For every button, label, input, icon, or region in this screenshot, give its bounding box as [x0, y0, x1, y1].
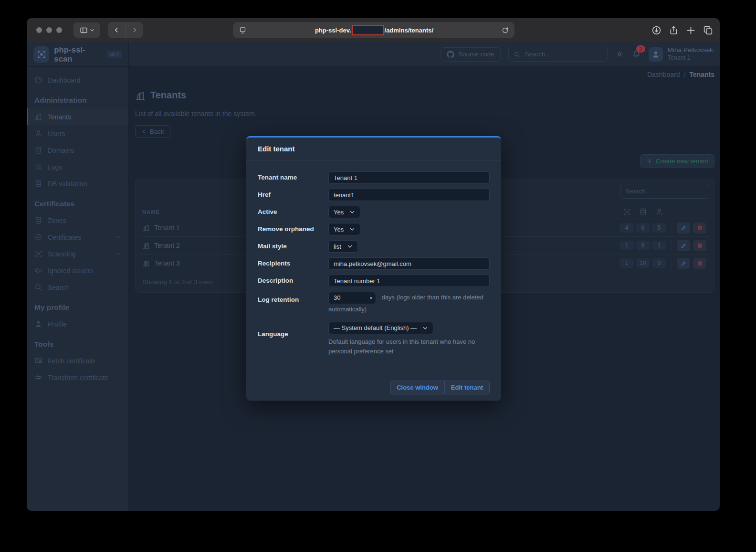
table-search-input[interactable] — [620, 184, 709, 199]
plus-icon — [646, 158, 652, 164]
tenant-name-cell: Tenant 1 — [154, 224, 180, 232]
edit-tenant-button[interactable] — [677, 223, 690, 234]
chevron-down-icon — [116, 234, 121, 240]
description-input[interactable] — [328, 275, 490, 287]
theme-toggle-icon[interactable] — [615, 50, 624, 59]
sidebar-item-transform-certificate[interactable]: Transform certificate — [27, 369, 128, 386]
remove-orphaned-select-value: Yes — [334, 226, 344, 233]
edit-tenant-modal: Edit tenant Tenant name Href Active Yes — [246, 136, 501, 401]
github-icon — [447, 51, 454, 58]
sidebar-item-profile[interactable]: Profile — [27, 316, 128, 332]
active-select-value: Yes — [334, 209, 344, 216]
close-window-button[interactable]: Close window — [390, 381, 444, 394]
sidebar-item-search[interactable]: Search — [27, 279, 128, 296]
log-retention-input[interactable]: 30 ▲▼ — [328, 292, 376, 304]
building-icon — [142, 242, 150, 249]
avatar[interactable] — [649, 47, 663, 62]
user-menu[interactable]: Miha Petkovsek Tenant 1 — [668, 46, 713, 62]
tenant-name-cell: Tenant 3 — [154, 259, 180, 267]
page-title-text: Tenants — [150, 90, 186, 101]
mail-style-select-value: list — [334, 243, 341, 250]
delete-tenant-button[interactable] — [693, 258, 706, 269]
column-divider — [672, 240, 672, 251]
chevron-down-icon — [349, 209, 355, 215]
sidebar-item-tenants[interactable]: Tenants — [27, 108, 128, 125]
language-select[interactable]: — System default (English) — — [328, 322, 433, 334]
sidebar-item-zones[interactable]: Zones — [27, 212, 128, 229]
sidebar-item-scanning[interactable]: Scanning — [27, 245, 128, 262]
create-new-tenant-button[interactable]: Create new tenant — [640, 154, 714, 168]
user-filled-icon — [34, 320, 42, 328]
zoom-window-button[interactable] — [56, 27, 62, 33]
address-bar[interactable]: php-ssl-dev. /admins/tenants/ — [233, 22, 514, 38]
delete-tenant-button[interactable] — [693, 240, 706, 251]
scan-icon — [34, 250, 42, 258]
sidebar-item-fetch-certificate[interactable]: Fetch certificate — [27, 352, 128, 369]
database-column-icon — [639, 208, 647, 216]
users-count-badge: 1 — [652, 241, 666, 250]
column-divider — [672, 257, 672, 269]
mail-style-label: Mail style — [258, 240, 328, 250]
sidebar-panel-icon — [80, 26, 88, 34]
section-title-my-profile: My profile — [27, 296, 128, 316]
tab-overview-icon[interactable] — [703, 25, 713, 35]
url-suffix: /admins/tenants/ — [385, 27, 434, 34]
reload-icon[interactable] — [502, 27, 509, 34]
language-help: Default language for users in this tenan… — [328, 337, 486, 356]
href-input[interactable] — [328, 189, 490, 201]
list-icon — [34, 163, 42, 171]
brand-header: php-ssl-scan v0.7 — [27, 42, 128, 67]
trash-icon — [697, 225, 703, 231]
user-filled-icon — [651, 50, 660, 59]
description-label: Description — [258, 275, 328, 284]
new-tab-icon[interactable] — [686, 25, 696, 35]
back-page-button[interactable]: Back — [135, 125, 170, 138]
users-count-badge: 5 — [652, 223, 666, 233]
toolbar-actions — [651, 18, 713, 42]
sidebar-item-users[interactable]: Users — [27, 125, 128, 142]
global-search-input[interactable] — [524, 50, 602, 58]
edit-tenant-button[interactable] — [677, 258, 690, 269]
share-icon[interactable] — [669, 25, 679, 35]
sidebar-item-label: Scanning — [48, 250, 75, 258]
sidebar-toggle-button[interactable] — [74, 22, 100, 38]
mail-style-select[interactable]: list — [328, 240, 358, 253]
modal-title: Edit tenant — [258, 145, 295, 153]
downloads-icon[interactable] — [651, 25, 662, 35]
website-icon — [239, 26, 247, 34]
create-label: Create new tenant — [656, 158, 708, 165]
recipients-input[interactable] — [328, 257, 490, 270]
edit-tenant-submit-button[interactable]: Edit tenant — [444, 381, 490, 394]
database-icon — [34, 180, 42, 188]
forward-button[interactable] — [126, 22, 144, 38]
url-prefix: php-ssl-dev. — [315, 27, 351, 34]
sidebar-item-dashboard[interactable]: Dashboard — [27, 72, 128, 88]
sidebar-item-db-validation[interactable]: DB validation — [27, 175, 128, 192]
source-code-button[interactable]: Source code — [441, 47, 501, 62]
modal-footer: Close window Edit tenant — [246, 374, 501, 401]
tenant-name-input[interactable] — [328, 171, 490, 184]
delete-tenant-button[interactable] — [693, 223, 706, 234]
sidebar-item-label: Zones — [48, 217, 66, 224]
remove-orphaned-label: Remove orphaned — [258, 223, 328, 233]
breadcrumb-dashboard[interactable]: Dashboard — [647, 71, 680, 78]
edit-tenant-button[interactable] — [677, 240, 690, 251]
trash-icon — [697, 243, 703, 249]
pencil-icon — [681, 243, 687, 249]
domains-count-badge: 10 — [636, 258, 650, 268]
remove-orphaned-select[interactable]: Yes — [328, 223, 360, 235]
minimize-window-button[interactable] — [46, 27, 52, 33]
sidebar-item-domains[interactable]: Domains — [27, 142, 128, 159]
close-window-button[interactable] — [36, 27, 42, 33]
sidebar-item-ignored-issuers[interactable]: Ignored issuers — [27, 262, 128, 279]
sidebar-item-label: Ignored issuers — [48, 267, 94, 275]
sidebar-item-label: Dashboard — [48, 76, 81, 84]
back-button[interactable] — [108, 22, 126, 38]
database-icon — [34, 216, 42, 224]
volume-off-icon — [34, 266, 42, 275]
active-select[interactable]: Yes — [328, 206, 360, 218]
sidebar-item-logs[interactable]: Logs — [27, 159, 128, 175]
version-badge: v0.7 — [106, 51, 122, 58]
sidebar-item-certificates[interactable]: Certificates — [27, 229, 128, 245]
notifications-button[interactable]: 3 — [632, 50, 641, 59]
